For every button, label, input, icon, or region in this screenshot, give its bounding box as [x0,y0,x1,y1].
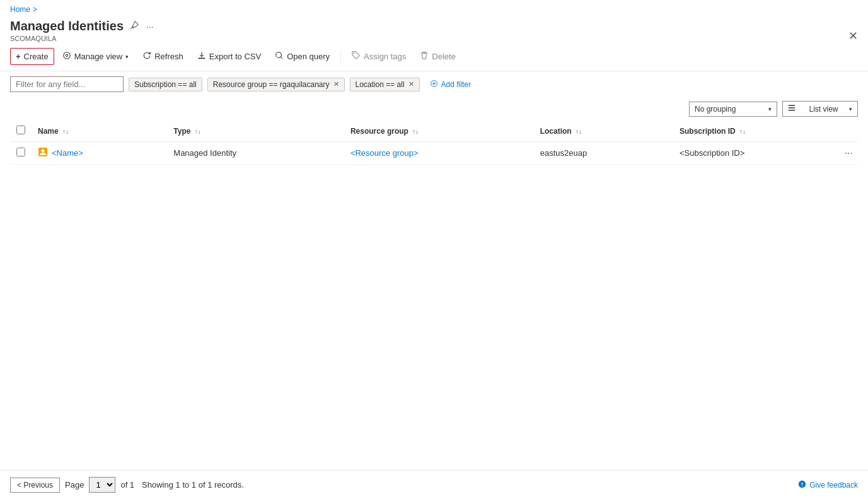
filter-input[interactable] [10,76,124,92]
resource-group-link[interactable]: <Resource group> [350,148,419,158]
toolbar: + Create Manage view ▾ Refresh Export to… [0,45,868,71]
svg-point-4 [276,52,282,58]
manage-view-button[interactable]: Manage view ▾ [57,47,135,66]
page-title: Managed Identities [10,19,124,33]
type-sort-icon: ↑↓ [195,128,201,135]
refresh-button[interactable]: Refresh [137,47,189,66]
export-csv-label: Export to CSV [209,52,261,61]
refresh-icon [142,51,151,62]
delete-icon [420,51,429,62]
page-subtitle: SCOMAQUILA [10,35,858,42]
add-filter-icon [430,79,438,90]
subscription-id-header-label: Subscription ID [680,127,736,136]
location-filter-close[interactable]: ✕ [408,80,414,88]
grouping-select[interactable]: No grouping ▾ [689,102,777,117]
subscription-filter-tag: Subscription == all [129,78,202,91]
select-all-header[interactable] [10,120,32,142]
open-query-button[interactable]: Open query [269,47,335,66]
query-icon [275,51,284,62]
location-cell: eastus2euap [534,142,673,165]
type-cell: Managed Identity [167,142,344,165]
row-checkbox[interactable] [16,148,25,156]
resource-group-filter-label: Resource group == rgaquilacanary [213,80,330,89]
type-column-header[interactable]: Type ↑↓ [167,120,344,142]
manage-view-label: Manage view [74,52,123,61]
tags-icon [352,51,361,62]
svg-rect-8 [421,53,428,54]
export-icon [197,51,206,62]
svg-rect-13 [789,107,796,109]
more-options-button[interactable]: ··· [145,20,155,33]
svg-point-2 [66,54,68,57]
subscription-filter-label: Subscription == all [134,80,197,89]
identity-icon [38,147,48,159]
svg-point-1 [63,52,70,59]
add-filter-label: Add filter [441,80,471,89]
export-csv-button[interactable]: Export to CSV [192,47,267,66]
row-more-button[interactable]: ··· [845,148,853,159]
svg-point-16 [42,150,45,153]
subscription-id-value: <Subscription ID> [680,148,744,158]
chevron-down-icon: ▾ [125,54,129,60]
resource-group-column-header[interactable]: Resource group ↑↓ [344,120,534,142]
close-button[interactable]: ✕ [848,29,858,43]
svg-rect-14 [789,110,796,111]
location-header-label: Location [540,127,572,136]
svg-rect-12 [789,105,796,107]
select-all-checkbox[interactable] [16,126,25,134]
refresh-label: Refresh [154,52,183,61]
delete-label: Delete [432,52,456,61]
location-sort-icon: ↑↓ [576,128,582,135]
table-container: Name ↑↓ Type ↑↓ Resource group ↑↓ Locati… [0,120,868,165]
resource-group-filter-tag: Resource group == rgaquilacanary ✕ [207,78,345,91]
table-header-row: Name ↑↓ Type ↑↓ Resource group ↑↓ Locati… [10,120,858,142]
name-link[interactable]: <Name> [52,148,83,158]
open-query-label: Open query [287,52,330,61]
svg-rect-3 [199,58,205,59]
create-label: Create [24,52,49,61]
type-value: Managed Identity [173,148,236,158]
type-header-label: Type [173,127,190,136]
assign-tags-label: Assign tags [364,52,406,61]
list-view-icon [788,104,796,114]
row-checkbox-cell[interactable] [10,142,32,165]
svg-line-5 [281,57,283,59]
toolbar-divider [340,50,341,63]
create-button[interactable]: + Create [10,48,54,65]
list-view-label: List view [809,105,838,114]
location-filter-tag: Location == all ✕ [350,78,420,91]
subscription-id-column-header[interactable]: Subscription ID ↑↓ [673,120,858,142]
list-view-select[interactable]: List view ▾ [782,101,858,117]
delete-button[interactable]: Delete [414,47,461,66]
breadcrumb-separator: > [33,5,37,14]
location-value: eastus2euap [540,148,587,158]
name-sort-icon: ↑↓ [62,128,69,135]
managed-identities-table: Name ↑↓ Type ↑↓ Resource group ↑↓ Locati… [10,120,858,165]
page-header-row: Managed Identities ··· SCOMAQUILA ✕ [0,19,868,45]
chevron-down-icon: ▾ [768,106,772,112]
assign-tags-button[interactable]: Assign tags [346,47,412,66]
pin-button[interactable] [129,20,140,33]
location-column-header[interactable]: Location ↑↓ [534,120,673,142]
filter-bar: Subscription == all Resource group == rg… [0,71,868,97]
name-column-header[interactable]: Name ↑↓ [32,120,167,142]
breadcrumb: Home > [0,0,868,19]
name-cell: <Name> [32,142,167,165]
svg-rect-7 [423,52,426,53]
resource-group-cell: <Resource group> [344,142,534,165]
subscription-id-cell: <Subscription ID> ··· [673,142,858,165]
manage-view-icon [62,51,71,62]
location-filter-label: Location == all [356,80,405,89]
chevron-down-icon-2: ▾ [849,106,852,112]
breadcrumb-home[interactable]: Home [10,5,30,14]
name-header-label: Name [38,127,59,136]
sub-sort-icon: ↑↓ [739,128,746,135]
add-filter-button[interactable]: Add filter [425,78,476,91]
more-icon: ··· [146,21,154,32]
grouping-label: No grouping [695,105,736,114]
resource-group-filter-close[interactable]: ✕ [333,80,339,88]
plus-icon: + [16,52,21,61]
rg-sort-icon: ↑↓ [412,128,419,135]
table-row: <Name> Managed Identity <Resource group>… [10,142,858,165]
resource-group-header-label: Resource group [350,127,408,136]
